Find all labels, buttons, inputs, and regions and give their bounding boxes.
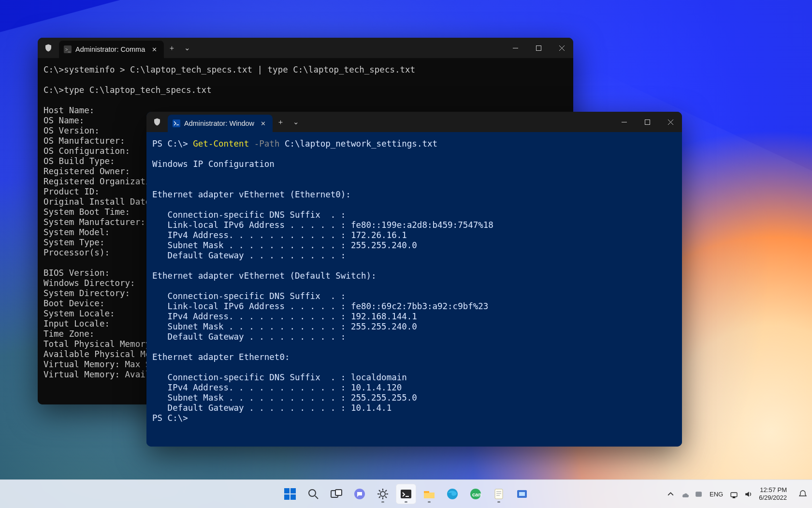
svg-rect-4 [645, 120, 650, 124]
svg-rect-14 [401, 490, 411, 498]
cmd-tab[interactable]: >_ Administrator: Command Pro ✕ [59, 41, 164, 58]
uac-shield-icon [146, 112, 168, 132]
ps-new-tab-button[interactable]: ＋ [273, 112, 288, 132]
taskbar-date: 6/29/2022 [759, 494, 787, 502]
cmd-titlebar[interactable]: >_ Administrator: Command Pro ✕ ＋ ⌄ [38, 38, 573, 58]
taskbar-time: 12:57 PM [759, 486, 787, 494]
powershell-window: Administrator: Windows Powe ✕ ＋ ⌄ PS C:\… [146, 112, 682, 447]
svg-rect-7 [284, 494, 290, 500]
ps-maximize-button[interactable] [636, 112, 659, 132]
svg-rect-2 [536, 45, 541, 50]
task-view-button[interactable] [326, 484, 347, 504]
svg-rect-22 [696, 492, 702, 497]
svg-point-13 [380, 492, 385, 496]
cmd-maximize-button[interactable] [527, 38, 550, 58]
svg-rect-6 [290, 488, 296, 493]
cmd-close-button[interactable] [550, 38, 573, 58]
svg-rect-21 [519, 492, 525, 496]
quick-settings[interactable] [730, 490, 752, 498]
taskbar: can ENG 12:57 PM 6/29/2022 [0, 479, 812, 508]
cmd-tab-close-button[interactable]: ✕ [149, 45, 159, 54]
svg-rect-3 [173, 120, 180, 127]
taskbar-app-settings[interactable] [373, 484, 393, 504]
svg-text:can: can [472, 492, 481, 497]
cmd-new-tab-button[interactable]: ＋ [164, 38, 179, 58]
svg-rect-19 [495, 489, 503, 499]
cmd-tab-title: Administrator: Command Pro [75, 45, 145, 53]
notifications-button[interactable] [797, 484, 809, 504]
svg-text:>_: >_ [65, 47, 71, 52]
taskbar-app-edge-dev[interactable]: can [465, 484, 486, 504]
cmd-icon: >_ [64, 45, 72, 53]
svg-point-9 [309, 490, 316, 496]
cmd-minimize-button[interactable] [504, 38, 527, 58]
language-indicator[interactable]: ENG [710, 491, 723, 498]
taskbar-app-explorer[interactable] [419, 484, 439, 504]
tray-icons [667, 490, 703, 498]
tray-onedrive-icon[interactable] [681, 490, 689, 498]
taskbar-app-notepad[interactable] [489, 484, 509, 504]
svg-rect-5 [284, 488, 290, 493]
ps-tab-close-button[interactable]: ✕ [258, 119, 268, 128]
search-button[interactable] [303, 484, 323, 504]
ps-tab-title: Administrator: Windows Powe [184, 120, 254, 127]
svg-rect-23 [731, 493, 737, 497]
start-button[interactable] [280, 484, 300, 504]
ps-terminal-body[interactable]: PS C:\> Get-Content -Path C:\laptop_netw… [146, 132, 682, 447]
taskbar-app-edge[interactable] [442, 484, 463, 504]
volume-icon [744, 490, 752, 498]
network-icon [730, 490, 738, 498]
uac-shield-icon [38, 38, 59, 58]
svg-rect-15 [424, 491, 429, 493]
ps-tab[interactable]: Administrator: Windows Powe ✕ [168, 115, 273, 132]
taskbar-clock[interactable]: 12:57 PM 6/29/2022 [759, 486, 790, 502]
powershell-icon [173, 120, 180, 127]
cmd-tab-dropdown-button[interactable]: ⌄ [179, 38, 195, 58]
taskbar-app-chat[interactable] [349, 484, 370, 504]
svg-rect-11 [335, 490, 342, 495]
svg-rect-8 [290, 494, 296, 500]
ps-minimize-button[interactable] [612, 112, 636, 132]
taskbar-right: ENG 12:57 PM 6/29/2022 [667, 484, 812, 504]
tray-chevron-button[interactable] [667, 490, 675, 498]
ps-close-button[interactable] [659, 112, 682, 132]
taskbar-app-terminal[interactable] [396, 484, 416, 504]
ps-tab-dropdown-button[interactable]: ⌄ [288, 112, 304, 132]
tray-teams-icon[interactable] [695, 490, 703, 498]
taskbar-center: can [280, 484, 532, 504]
taskbar-app-snipping[interactable] [512, 484, 532, 504]
ps-titlebar[interactable]: Administrator: Windows Powe ✕ ＋ ⌄ [146, 112, 682, 132]
